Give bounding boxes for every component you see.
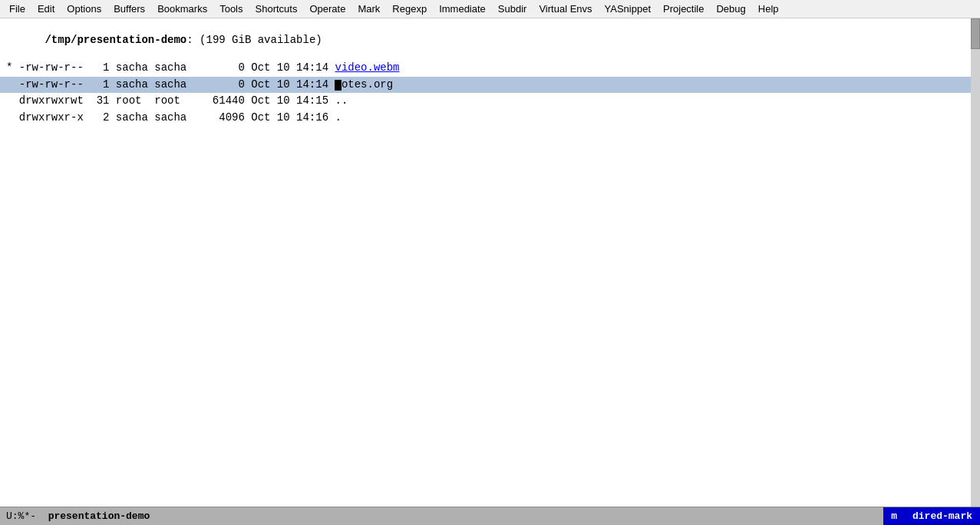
- menu-mark[interactable]: Mark: [351, 2, 386, 16]
- row-meta: drwxrwxr-x 2 sacha sacha 4096 Oct 10 14:…: [19, 111, 335, 124]
- menu-options[interactable]: Options: [61, 2, 107, 16]
- menu-tools[interactable]: Tools: [213, 2, 249, 16]
- dir-info: (199 GiB available): [200, 34, 322, 46]
- editor: /tmp/presentation-demo: (199 GiB availab…: [0, 18, 980, 507]
- row-meta: drwxrwxrwt 31 root root 61440 Oct 10 14:…: [19, 94, 335, 107]
- filename[interactable]: ..: [335, 94, 348, 107]
- dir-colon: :: [186, 34, 200, 46]
- dir-row[interactable]: drwxrwxrwt 31 root root 61440 Oct 10 14:…: [0, 93, 980, 110]
- dir-header: /tmp/presentation-demo: (199 GiB availab…: [0, 20, 980, 60]
- row-marker: [6, 111, 19, 124]
- dir-path: /tmp/presentation-demo: [45, 34, 186, 46]
- row-marker: [6, 94, 19, 107]
- menu-immediate[interactable]: Immediate: [433, 2, 492, 16]
- menu-yasnippet[interactable]: YASnippet: [599, 2, 657, 16]
- dir-rows: * -rw-rw-r-- 1 sacha sacha 0 Oct 10 14:1…: [0, 60, 980, 126]
- row-marker: [6, 78, 19, 91]
- status-mode-key: m: [883, 507, 905, 525]
- status-buffer-info: U:%*- presentation-demo: [6, 510, 150, 522]
- menu-subdir[interactable]: Subdir: [492, 2, 533, 16]
- menu-shortcuts[interactable]: Shortcuts: [249, 2, 304, 16]
- menu-virtual-envs[interactable]: Virtual Envs: [533, 2, 598, 16]
- menu-help[interactable]: Help: [752, 2, 785, 16]
- row-meta: -rw-rw-r-- 1 sacha sacha 0 Oct 10 14:14: [19, 61, 335, 74]
- menu-projectile[interactable]: Projectile: [657, 2, 710, 16]
- status-buffer-name: presentation-demo: [48, 510, 150, 522]
- menu-debug[interactable]: Debug: [710, 2, 751, 16]
- menu-operate[interactable]: Operate: [303, 2, 351, 16]
- row-marker: *: [6, 61, 19, 74]
- scrollbar-thumb[interactable]: [971, 18, 980, 49]
- cursor: [335, 80, 341, 91]
- row-meta: -rw-rw-r-- 1 sacha sacha 0 Oct 10 14:14: [19, 78, 335, 91]
- menubar: FileEditOptionsBuffersBookmarksToolsShor…: [0, 0, 980, 18]
- dir-row[interactable]: * -rw-rw-r-- 1 sacha sacha 0 Oct 10 14:1…: [0, 60, 980, 77]
- menu-edit[interactable]: Edit: [31, 2, 61, 16]
- status-flags: U:%*-: [6, 510, 36, 522]
- menu-buffers[interactable]: Buffers: [107, 2, 151, 16]
- status-mode-name: dired-mark: [905, 507, 980, 525]
- dir-row[interactable]: -rw-rw-r-- 1 sacha sacha 0 Oct 10 14:14 …: [0, 77, 980, 94]
- scrollbar[interactable]: [971, 18, 980, 507]
- statusbar: U:%*- presentation-demo m dired-mark: [0, 507, 980, 525]
- menu-regexp[interactable]: Regexp: [386, 2, 433, 16]
- menu-bookmarks[interactable]: Bookmarks: [151, 2, 213, 16]
- filename[interactable]: .: [335, 111, 341, 124]
- filename[interactable]: video.webm: [335, 61, 399, 74]
- dir-row[interactable]: drwxrwxr-x 2 sacha sacha 4096 Oct 10 14:…: [0, 110, 980, 127]
- filename[interactable]: otes.org: [342, 78, 393, 91]
- status-left-text: U:%*- presentation-demo: [0, 510, 883, 522]
- menu-file[interactable]: File: [3, 2, 31, 16]
